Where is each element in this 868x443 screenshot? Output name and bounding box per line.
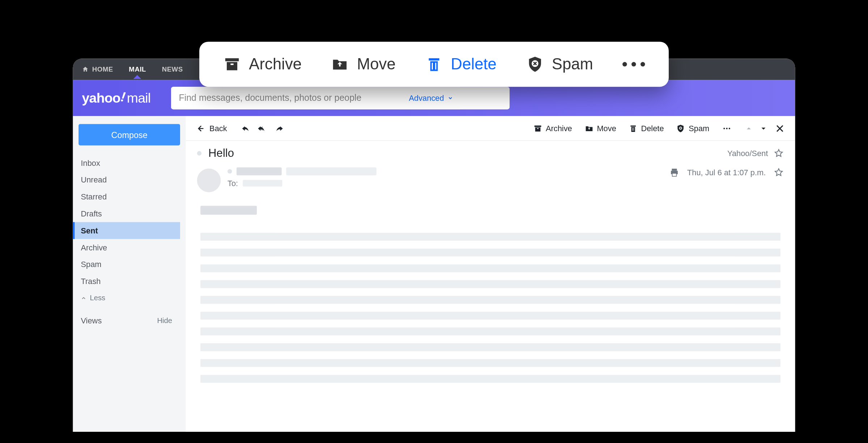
- sidebar-item-starred[interactable]: Starred: [73, 188, 180, 205]
- sender-placeholder: [237, 167, 282, 175]
- sidebar-views-label[interactable]: Views: [81, 316, 102, 325]
- svg-rect-14: [631, 127, 635, 132]
- toolbar-archive[interactable]: Archive: [533, 124, 572, 133]
- popover-delete[interactable]: Delete: [425, 55, 497, 73]
- nav-news-label: NEWS: [162, 65, 183, 73]
- shield-x-icon: [526, 55, 544, 73]
- message-header: To: Thu, Jul 6 at 1:07 p.m.: [186, 164, 795, 198]
- sidebar-item-spam[interactable]: Spam: [73, 256, 180, 273]
- toolbar-move[interactable]: Move: [584, 124, 616, 133]
- svg-rect-13: [630, 125, 636, 126]
- popover-delete-label: Delete: [451, 55, 497, 73]
- search-icon: [478, 92, 491, 104]
- search-button[interactable]: [460, 87, 509, 109]
- action-popover: Archive Move Delete Spam: [199, 42, 669, 87]
- sidebar-item-drafts[interactable]: Drafts: [73, 205, 180, 222]
- reply-all-icon[interactable]: [256, 124, 269, 133]
- toolbar-spam[interactable]: Spam: [676, 124, 709, 133]
- svg-point-8: [480, 94, 486, 100]
- move-folder-icon: [331, 55, 349, 73]
- sidebar-item-trash[interactable]: Trash: [73, 273, 180, 290]
- content: Back Archive Move: [186, 116, 795, 432]
- sidebar-item-archive[interactable]: Archive: [73, 239, 180, 256]
- svg-point-20: [729, 128, 730, 129]
- star-icon[interactable]: [774, 167, 784, 177]
- popover-move[interactable]: Move: [331, 55, 396, 73]
- search-input[interactable]: [171, 87, 402, 109]
- sidebar-less[interactable]: Less: [73, 290, 180, 306]
- star-icon[interactable]: [774, 148, 784, 158]
- more-icon: [722, 124, 732, 133]
- body-line: [200, 375, 780, 383]
- body-line: [200, 343, 780, 351]
- logo-exclaim: !: [120, 89, 127, 105]
- toolbar-delete-label: Delete: [641, 124, 664, 133]
- compose-button[interactable]: Compose: [78, 124, 180, 145]
- close-icon[interactable]: [775, 123, 785, 133]
- popover-archive-label: Archive: [249, 55, 302, 73]
- toolbar-move-label: Move: [597, 124, 616, 133]
- popover-more[interactable]: [622, 62, 645, 66]
- toolbar-archive-label: Archive: [546, 124, 572, 133]
- body-line: [200, 264, 780, 272]
- nav-home-label: HOME: [92, 65, 113, 73]
- app-window: HOME MAIL NEWS yahoo!mail Advanced Compo…: [73, 59, 795, 432]
- sidebar-hide[interactable]: Hide: [157, 316, 172, 325]
- sidebar-less-label: Less: [90, 294, 105, 302]
- popover-archive[interactable]: Archive: [223, 55, 302, 73]
- nav-home[interactable]: HOME: [82, 65, 113, 73]
- sidebar-item-inbox[interactable]: Inbox: [73, 154, 180, 171]
- body-line: [200, 249, 780, 257]
- svg-rect-1: [227, 62, 237, 70]
- popover-move-label: Move: [357, 55, 396, 73]
- message-folder: Yahoo/Sent: [727, 149, 768, 158]
- forward-icon[interactable]: [275, 124, 285, 133]
- sidebar-item-sent[interactable]: Sent: [73, 222, 180, 239]
- body-line: [200, 280, 780, 288]
- svg-rect-5: [432, 63, 433, 70]
- body-line: [200, 327, 780, 335]
- toolbar-more[interactable]: [722, 124, 732, 133]
- reply-icon[interactable]: [241, 124, 251, 133]
- chevron-down-icon: [447, 95, 453, 101]
- archive-icon: [223, 55, 241, 73]
- home-icon: [82, 66, 89, 73]
- svg-rect-22: [672, 169, 677, 171]
- toolbar-spam-label: Spam: [689, 124, 709, 133]
- svg-point-18: [723, 128, 725, 129]
- logo[interactable]: yahoo!mail: [82, 90, 151, 106]
- print-icon[interactable]: [669, 167, 679, 177]
- svg-rect-2: [230, 64, 233, 65]
- unread-dot: [197, 151, 201, 155]
- chevron-up-icon: [81, 295, 86, 301]
- body-line: [200, 312, 780, 320]
- nav-news[interactable]: NEWS: [162, 65, 183, 73]
- svg-rect-4: [430, 61, 438, 71]
- caret-down-icon[interactable]: [760, 125, 767, 132]
- sender-placeholder-2: [286, 167, 376, 175]
- svg-rect-10: [535, 125, 541, 127]
- sidebar-item-unread[interactable]: Unread: [73, 171, 180, 188]
- trash-icon: [629, 124, 638, 133]
- message-subject: Hello: [208, 147, 727, 160]
- svg-rect-24: [672, 173, 676, 176]
- archive-icon: [533, 124, 542, 133]
- svg-point-21: [227, 169, 232, 173]
- nav-mail[interactable]: MAIL: [129, 65, 146, 73]
- caret-up-icon[interactable]: [745, 125, 752, 132]
- svg-rect-6: [435, 63, 436, 70]
- svg-rect-12: [537, 128, 539, 129]
- logo-suffix: mail: [127, 90, 151, 106]
- toolbar-delete[interactable]: Delete: [629, 124, 664, 133]
- body-line: [200, 233, 780, 241]
- back-button[interactable]: Back: [196, 124, 227, 133]
- message-toolbar: Back Archive Move: [186, 116, 795, 141]
- popover-spam[interactable]: Spam: [526, 55, 593, 73]
- popover-spam-label: Spam: [552, 55, 593, 73]
- search-advanced[interactable]: Advanced: [402, 87, 460, 109]
- arrow-left-icon: [196, 124, 205, 133]
- logo-brand: yahoo: [82, 90, 120, 106]
- avatar: [197, 168, 221, 192]
- recipient-placeholder: [243, 180, 282, 187]
- trash-icon: [425, 55, 443, 73]
